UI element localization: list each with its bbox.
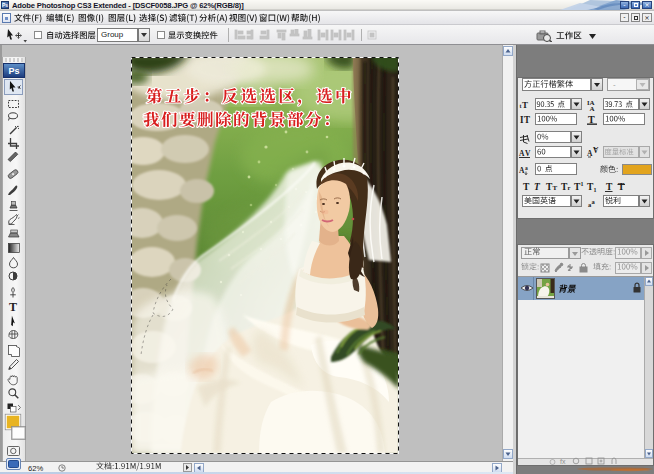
svg-text:A: A [590,105,595,113]
svg-text:a: a [525,165,528,171]
svg-text:a: a [592,198,596,205]
svg-text:T: T [553,184,558,192]
svg-text:1: 1 [581,181,584,187]
svg-text:fx: fx [560,458,566,465]
svg-text:V: V [525,149,531,158]
svg-text:t: t [520,103,522,109]
svg-text:T: T [523,182,530,192]
svg-text:T: T [524,113,530,125]
svg-text:T: T [534,182,541,192]
svg-text:V: V [593,146,599,155]
svg-text:T: T [522,100,528,110]
svg-text:T: T [9,300,17,314]
svg-text:T: T [588,114,595,125]
svg-text:T: T [606,182,613,192]
svg-text:T: T [618,182,625,192]
svg-text:r: r [568,184,571,191]
svg-text:1: 1 [594,187,597,193]
